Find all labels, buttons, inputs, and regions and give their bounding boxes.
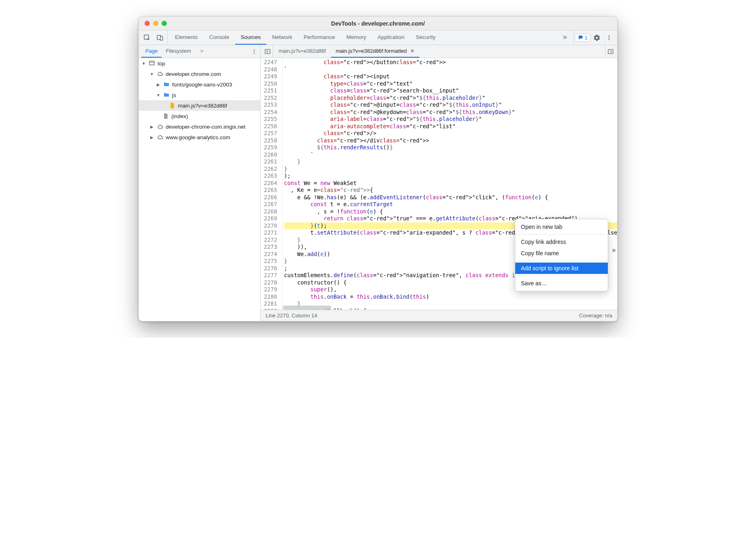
statusbar: Line 2270, Column 14 Coverage: n/a [261, 310, 617, 321]
panel-tabs: ElementsConsoleSourcesNetworkPerformance… [169, 30, 556, 45]
window-title: DevTools - developer.chrome.com/ [139, 20, 617, 27]
more-tabs-chevron-icon[interactable] [556, 30, 573, 45]
main-toolbar: ElementsConsoleSourcesNetworkPerformance… [139, 30, 617, 45]
tree-origin-3[interactable]: ▶ www.google-analytics.com [139, 132, 260, 142]
cloud-icon [157, 71, 163, 77]
svg-point-6 [254, 49, 255, 50]
panel-tab-network[interactable]: Network [266, 30, 298, 45]
h-scrollbar[interactable] [283, 306, 331, 310]
tree-label: developer-chrome-com.imgix.net [166, 124, 246, 130]
v-scroll-marker [612, 249, 616, 252]
sidebar-kebab-icon[interactable] [250, 47, 259, 56]
svg-point-3 [609, 35, 610, 37]
inspect-icon[interactable] [141, 32, 153, 43]
workbench: Page Filesystem ▼ top ▼ [139, 45, 617, 321]
device-toggle-icon[interactable] [154, 32, 166, 43]
js-file-icon [169, 102, 175, 109]
menu-save-as[interactable]: Save as… [515, 278, 608, 289]
menu-copy-file[interactable]: Copy file name [515, 248, 608, 259]
panel-tab-elements[interactable]: Elements [169, 30, 203, 45]
tree-label: main.js?v=e382d86f [178, 103, 227, 109]
tree-label: (index) [171, 113, 188, 119]
sources-sidebar: Page Filesystem ▼ top ▼ [139, 45, 261, 321]
tree-origin-1[interactable]: ▼ developer.chrome.com [139, 69, 260, 79]
svg-point-8 [254, 52, 255, 53]
issues-count: 1 [585, 35, 588, 41]
svg-rect-12 [608, 49, 613, 54]
window-icon [149, 60, 155, 67]
editor-tab-label: main.js?v=e382d86f [279, 48, 326, 54]
panel-tab-console[interactable]: Console [203, 30, 235, 45]
folder-icon [163, 92, 170, 98]
svg-point-4 [609, 37, 610, 38]
tree-fonts[interactable]: ▶ fonts/google-sans-v2003 [139, 79, 260, 90]
cloud-icon [157, 123, 163, 130]
menu-open-new-tab[interactable]: Open in new tab [515, 221, 608, 233]
titlebar: DevTools - developer.chrome.com/ [139, 17, 617, 30]
issues-badge[interactable]: 1 [575, 34, 590, 42]
kebab-menu-icon[interactable] [603, 32, 615, 43]
panel-tab-security[interactable]: Security [410, 30, 441, 45]
menu-separator [515, 261, 608, 261]
menu-separator [515, 276, 608, 276]
editor: main.js?v=e382d86f main.js?v=e382d86f:fo… [261, 45, 617, 321]
devtools-window: DevTools - developer.chrome.com/ Element… [138, 16, 618, 321]
menu-separator [515, 234, 608, 235]
tree-label: developer.chrome.com [166, 71, 221, 77]
context-menu: Open in new tab Copy link address Copy f… [515, 219, 608, 291]
tree-label: www.google-analytics.com [166, 134, 230, 140]
sidebar-tab-filesystem[interactable]: Filesystem [162, 45, 195, 58]
cloud-icon [157, 134, 163, 140]
coverage-status: Coverage: n/a [579, 312, 612, 319]
cursor-position: Line 2270, Column 14 [266, 312, 317, 319]
svg-rect-11 [265, 49, 270, 54]
editor-tab-2[interactable]: main.js?v=e382d86f:formatted ✕ [331, 45, 419, 58]
nav-back-icon[interactable] [262, 45, 273, 58]
svg-rect-9 [149, 61, 154, 65]
panel-tab-memory[interactable]: Memory [341, 30, 372, 45]
folder-icon [163, 81, 170, 88]
close-tab-icon[interactable]: ✕ [410, 48, 415, 54]
nav-forward-icon[interactable] [605, 45, 616, 58]
panel-tab-sources[interactable]: Sources [235, 30, 267, 45]
editor-tabs: main.js?v=e382d86f main.js?v=e382d86f:fo… [261, 45, 617, 58]
tree-label: top [158, 60, 165, 67]
panel-tab-performance[interactable]: Performance [298, 30, 341, 45]
editor-tab-label: main.js?v=e382d86f:formatted [336, 48, 407, 54]
menu-copy-link[interactable]: Copy link address [515, 236, 608, 248]
tree-origin-2[interactable]: ▶ developer-chrome-com.imgix.net [139, 121, 260, 132]
svg-point-5 [609, 39, 610, 40]
file-icon [162, 113, 169, 119]
settings-gear-icon[interactable] [591, 32, 603, 43]
panel-tab-application[interactable]: Application [372, 30, 410, 45]
tree-label: fonts/google-sans-v2003 [172, 82, 232, 88]
editor-tab-1[interactable]: main.js?v=e382d86f [274, 45, 331, 58]
sidebar-tabs: Page Filesystem [139, 45, 260, 58]
svg-point-7 [254, 51, 255, 52]
file-tree[interactable]: ▼ top ▼ developer.chrome.com ▶ fonts/goo… [139, 58, 260, 321]
menu-ignore-list[interactable]: Add script to ignore list [515, 263, 608, 274]
sidebar-tab-page[interactable]: Page [141, 45, 162, 58]
sidebar-tab-more-icon[interactable] [195, 45, 208, 58]
tree-file-mainjs[interactable]: main.js?v=e382d86f [139, 100, 260, 111]
tree-js[interactable]: ▼ js [139, 90, 260, 100]
line-gutter: 2247224822492250225122522253225422552256… [261, 58, 283, 310]
tree-top[interactable]: ▼ top [139, 58, 260, 69]
tree-label: js [172, 92, 176, 98]
svg-rect-2 [160, 37, 163, 40]
tree-file-index[interactable]: (index) [139, 111, 260, 121]
